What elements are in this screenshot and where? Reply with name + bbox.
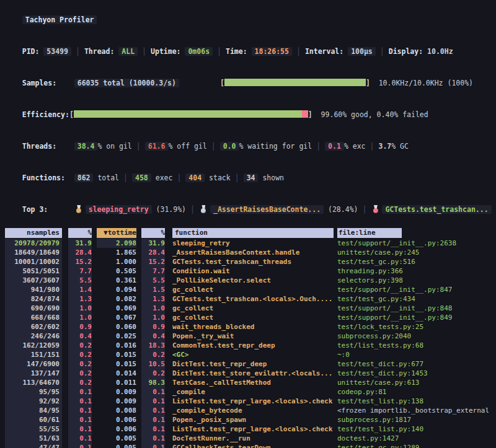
nsamples-cell: 162/12059 (5, 341, 62, 350)
file-line-cell: test/test_gc.py:516 (337, 257, 496, 266)
separator: │ (119, 173, 132, 182)
tottime-cell: 0.009 (97, 397, 136, 406)
table-row[interactable]: 941/980 1.4 0.094 1.5 gc_collect test/su… (5, 285, 496, 294)
functions-shown-value: 34 (244, 173, 259, 182)
pct-direct-cell: 0.9 (68, 322, 92, 332)
gold-medal-icon (76, 205, 82, 214)
separator: │ (138, 47, 151, 56)
table-row[interactable]: 246/246 0.4 0.025 0.4 Popen._try_wait su… (5, 332, 496, 341)
table-row[interactable]: 690/690 1.0 0.069 1.0 gc_collect test/su… (5, 304, 496, 313)
file-line-cell: doctest.py:1427 (337, 434, 496, 443)
table-row[interactable]: 55/55 0.1 0.006 0.1 ListTest.test_repr_l… (5, 424, 496, 434)
table-row[interactable]: 162/12059 0.2 0.016 18.3 CommonTest.test… (5, 341, 496, 350)
table-row[interactable]: 51/63 0.1 0.005 0.1 DocTestRunner.__run … (5, 434, 496, 443)
table-row[interactable]: 147/6900 0.2 0.015 10.5 DictTest.test_re… (5, 359, 496, 369)
separator: │ (172, 173, 185, 182)
tottime-cell: 0.016 (97, 341, 136, 350)
nsamples-cell: 84/95 (5, 406, 62, 415)
table-row[interactable]: 92/92 0.1 0.009 0.1 ListTest.test_repr_l… (5, 397, 496, 406)
tottime-cell: 1.865 (97, 248, 136, 257)
app-title: Tachyon Profiler (22, 15, 97, 24)
file-line-cell: threading.py:366 (337, 266, 496, 276)
table-row[interactable]: 20978/20979 31.9 2.098 31.9 sleeping_ret… (5, 239, 496, 248)
pct-cumulative-cell: 0.1 (141, 424, 165, 434)
col-header-pct-cumulative[interactable]: % (141, 228, 165, 238)
table-row[interactable]: 18649/18649 28.4 1.865 28.4 _AssertRaise… (5, 248, 496, 257)
nsamples-cell: 246/246 (5, 332, 62, 341)
status-line: PID: 53499│Thread: ALL│Uptime: 0m06s│Tim… (5, 36, 496, 68)
table-row[interactable]: 151/151 0.2 0.015 0.2 <GC> ~:0 (5, 350, 496, 359)
samples-line: Samples:66035 total (10000.3/s)[] 10.0KH… (5, 68, 496, 99)
pct-direct-cell: 0.2 (68, 350, 92, 359)
threads-gc-value: 3.7 (378, 142, 391, 151)
pct-cumulative-cell: 7.7 (141, 266, 165, 276)
col-header-function[interactable]: function (172, 228, 334, 238)
table-row[interactable]: 10001/10002 15.2 1.000 15.2 GCTests.test… (5, 257, 496, 266)
pct-direct-cell: 5.5 (68, 276, 92, 285)
pct-direct-cell: 28.4 (68, 248, 92, 257)
time-label: Time: (226, 47, 247, 56)
table-row[interactable]: 60/61 0.1 0.006 0.1 Popen._posix_spawn s… (5, 415, 496, 424)
file-line-cell: test/support/__init__.py:847 (337, 285, 496, 294)
threads-gc-suffix: % GC (391, 142, 409, 151)
tottime-cell: 0.067 (97, 313, 136, 322)
tottime-cell: 0.005 (97, 443, 136, 448)
threads-on-gil-suffix: % on gil (97, 142, 131, 151)
nsamples-cell: 10001/10002 (5, 257, 62, 266)
table-row[interactable]: 3607/3607 5.5 0.361 5.5 _PollLikeSelecto… (5, 276, 496, 285)
pct-direct-cell: 0.1 (68, 415, 92, 424)
table-row[interactable]: 113/64670 0.2 0.011 98.3 TestCase._callT… (5, 378, 496, 387)
file-line-cell: codeop.py:81 (337, 387, 496, 397)
thread-value[interactable]: ALL (118, 47, 138, 56)
pct-direct-cell: 0.1 (68, 387, 92, 397)
file-line-cell: test/support/__init__.py:849 (337, 313, 496, 322)
efficiency-summary: 99.60% good, 0.40% failed (321, 110, 428, 119)
separator: │ (207, 142, 220, 151)
file-line-cell: test/lock_tests.py:25 (337, 322, 496, 332)
efficiency-line: Efficiency:[] 99.60% good, 0.40% failed (5, 99, 496, 131)
table-row[interactable]: 668/668 1.0 0.067 1.0 gc_collect test/su… (5, 313, 496, 322)
table-row[interactable]: 47/47 0.1 0.005 0.1 GCCallbackTests.tear… (5, 443, 496, 448)
nsamples-cell: 602/602 (5, 322, 62, 332)
nsamples-cell: 3607/3607 (5, 276, 62, 285)
nsamples-cell: 151/151 (5, 350, 62, 359)
col-header-pct-direct[interactable]: % (68, 228, 92, 238)
pct-direct-cell: 0.1 (68, 397, 92, 406)
functions-total-value: 862 (74, 173, 94, 182)
file-line-cell: test/support/__init__.py:2638 (337, 239, 496, 248)
table-row[interactable]: 602/602 0.9 0.060 0.9 wait_threads_block… (5, 322, 496, 332)
pct-direct-cell: 0.2 (68, 359, 92, 369)
function-cell: _AssertRaisesBaseContext.handle (172, 248, 334, 257)
display-value: 10.0Hz (427, 47, 453, 56)
uptime-label: Uptime: (151, 47, 180, 56)
samples-rate: 10.0KHz/10.0KHz (100%) (379, 79, 473, 87)
tachyon-profiler-window: Tachyon Profiler PID: 53499│Thread: ALL│… (0, 0, 496, 448)
table-row[interactable]: 95/95 0.1 0.009 0.1 _compile codeop.py:8… (5, 387, 496, 397)
function-cell: _compile (172, 387, 334, 397)
top3-first-name[interactable]: sleeping_retry (86, 205, 152, 214)
top3-third-name[interactable]: GCTests.test_trashcan... (382, 205, 491, 214)
table-row[interactable]: 137/147 0.2 0.014 0.2 DictTest.test_stor… (5, 369, 496, 378)
separator: │ (366, 142, 379, 151)
tottime-cell: 0.014 (97, 369, 136, 378)
file-line-cell: subprocess.py:2040 (337, 332, 496, 341)
function-cell: GCTests.test_trashcan_threads (172, 257, 334, 266)
function-cell: gc_collect (172, 285, 334, 294)
function-cell: GCCallbackTests.tearDown (172, 443, 334, 448)
table-row[interactable]: 824/874 1.3 0.082 1.3 GCTests.test_trash… (5, 294, 496, 304)
table-row[interactable]: 84/95 0.1 0.008 0.1 _compile_bytecode <f… (5, 406, 496, 415)
col-header-tottime-sorted[interactable]: ▼tottime (97, 228, 136, 238)
top3-second-name[interactable]: _AssertRaisesBaseConte... (210, 205, 324, 214)
functions-stack-suffix: stack (209, 173, 231, 182)
pct-cumulative-cell: 1.5 (141, 285, 165, 294)
pct-cumulative-cell: 28.4 (141, 248, 165, 257)
col-header-nsamples[interactable]: nsamples (5, 228, 62, 238)
col-header-file-line[interactable]: file:line (337, 228, 402, 238)
tottime-cell: 0.025 (97, 332, 136, 341)
pct-cumulative-cell: 18.3 (141, 341, 165, 350)
nsamples-cell: 113/64670 (5, 378, 62, 387)
table-row[interactable]: 5051/5051 7.7 0.505 7.7 Condition.wait t… (5, 266, 496, 276)
separator: │ (376, 47, 389, 56)
samples-summary: 66035 total (10000.3/s) (74, 79, 179, 87)
threads-on-gil-value: 38.4 (74, 142, 98, 151)
